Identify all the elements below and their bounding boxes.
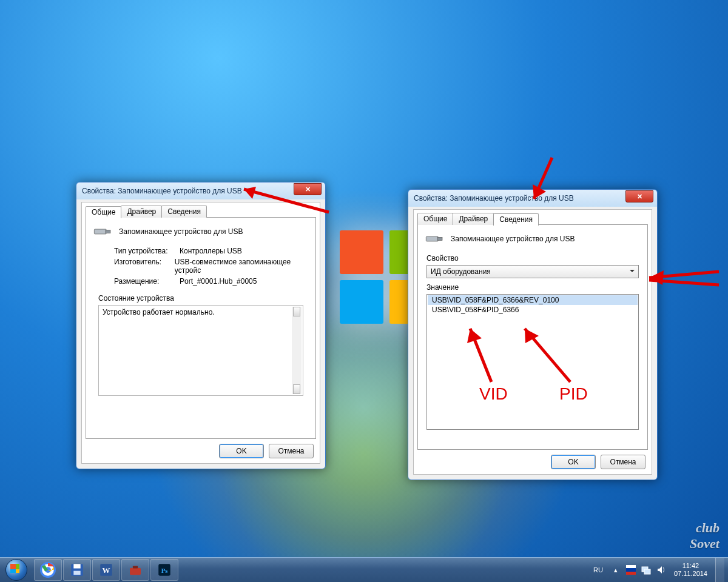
tab-details[interactable]: Сведения	[493, 213, 539, 226]
usb-device-icon	[425, 232, 445, 246]
window-title: Свойства: Запоминающее устройство для US…	[82, 187, 323, 195]
tabstrip: Общие Драйвер Сведения	[417, 212, 538, 224]
svg-text:W: W	[103, 566, 110, 575]
taskbar-item-word[interactable]: W	[92, 559, 120, 581]
label-value: Значение	[426, 283, 639, 292]
svg-rect-23	[130, 568, 141, 575]
tray-time: 11:42	[674, 562, 707, 570]
status-text-value: Устройство работает нормально.	[103, 308, 215, 316]
close-button[interactable]: ✕	[294, 183, 322, 195]
tray-clock[interactable]: 11:42 07.11.2014	[672, 562, 710, 578]
device-name: Запоминающее устройство для USB	[451, 235, 575, 243]
value-listbox[interactable]: USB\VID_058F&PID_6366&REV_0100 USB\VID_0…	[426, 294, 639, 430]
cancel-button[interactable]: Отмена	[601, 455, 645, 469]
tab-driver[interactable]: Драйвер	[453, 213, 494, 225]
system-tray: RU ▴ 11:42 07.11.2014	[591, 558, 728, 582]
svg-rect-3	[437, 237, 442, 240]
svg-rect-20	[73, 571, 80, 575]
word-icon: W	[98, 562, 114, 578]
property-dropdown[interactable]: ИД оборудования	[426, 265, 639, 278]
titlebar[interactable]: Свойства: Запоминающее устройство для US…	[408, 190, 657, 207]
svg-rect-19	[73, 564, 80, 568]
label-device-type: Тип устройства:	[114, 247, 180, 255]
chrome-icon	[40, 562, 56, 578]
show-desktop-button[interactable]	[715, 558, 724, 582]
tab-details[interactable]: Сведения	[161, 206, 207, 218]
taskbar-item-toolbox[interactable]	[121, 559, 149, 581]
taskbar-pinned: W Ps	[33, 558, 178, 582]
tray-date: 07.11.2014	[674, 570, 707, 578]
device-name: Запоминающее устройство для USB	[119, 227, 243, 236]
tray-flag-icon[interactable]	[626, 565, 636, 575]
toolbox-icon	[127, 562, 143, 578]
svg-line-10	[649, 280, 719, 285]
close-icon: ✕	[637, 193, 642, 201]
svg-rect-2	[426, 236, 438, 241]
value-location: Port_#0001.Hub_#0005	[180, 277, 257, 286]
dialog-body: Общие Драйвер Сведения Запоминающее устр…	[81, 202, 320, 464]
svg-text:Ps: Ps	[161, 567, 168, 574]
tab-panel-details: Запоминающее устройство для USB Свойство…	[417, 224, 648, 450]
list-item[interactable]: USB\VID_058F&PID_6366	[428, 305, 638, 315]
watermark: club Sovet	[690, 520, 720, 552]
svg-rect-24	[133, 566, 138, 569]
tray-show-hidden-icon[interactable]: ▴	[611, 565, 621, 575]
ok-button[interactable]: OK	[551, 455, 596, 469]
device-status-text[interactable]: Устройство работает нормально.	[98, 305, 303, 396]
properties-dialog-details: Свойства: Запоминающее устройство для US…	[408, 189, 658, 480]
svg-rect-29	[644, 569, 650, 574]
tray-volume-icon[interactable]	[656, 565, 666, 575]
dialog-body: Общие Драйвер Сведения Запоминающее устр…	[413, 209, 652, 475]
taskbar-item-photoshop[interactable]: Ps	[150, 559, 178, 581]
windows-orb-icon	[5, 559, 27, 581]
close-icon: ✕	[305, 186, 311, 193]
taskbar-item-save[interactable]	[63, 559, 91, 581]
taskbar-item-chrome[interactable]	[34, 559, 62, 581]
titlebar[interactable]: Свойства: Запоминающее устройство для US…	[76, 182, 325, 199]
close-button[interactable]: ✕	[625, 190, 653, 202]
label-manufacturer: Изготовитель:	[114, 258, 175, 275]
property-dropdown-value: ИД оборудования	[431, 267, 491, 276]
svg-rect-1	[106, 230, 110, 233]
label-location: Размещение:	[114, 277, 180, 286]
usb-device-icon	[93, 225, 113, 238]
value-manufacturer: USB-совместимое запоминающее устройс	[175, 258, 308, 275]
tabstrip: Общие Драйвер Сведения	[86, 205, 206, 217]
properties-dialog-general: Свойства: Запоминающее устройство для US…	[76, 182, 326, 469]
tab-general[interactable]: Общие	[86, 206, 121, 218]
svg-rect-0	[94, 229, 106, 234]
label-property: Свойство	[426, 254, 639, 263]
window-title: Свойства: Запоминающее устройство для US…	[414, 194, 655, 202]
taskbar: W Ps RU ▴ 11:42 07.11.2014	[0, 557, 728, 582]
value-device-type: Контроллеры USB	[180, 247, 242, 255]
list-item[interactable]: USB\VID_058F&PID_6366&REV_0100	[428, 295, 638, 305]
scrollbar[interactable]	[292, 307, 302, 394]
photoshop-icon: Ps	[157, 562, 172, 578]
floppy-icon	[69, 562, 85, 578]
ok-button[interactable]: OK	[219, 444, 264, 458]
svg-line-8	[649, 272, 719, 278]
cancel-button[interactable]: Отмена	[269, 444, 314, 458]
tray-network-icon[interactable]	[641, 565, 651, 575]
tab-panel-general: Запоминающее устройство для USB Тип устр…	[86, 217, 316, 439]
tab-general[interactable]: Общие	[417, 213, 453, 225]
start-button[interactable]	[0, 558, 33, 582]
tab-driver[interactable]: Драйвер	[121, 206, 162, 218]
tray-language[interactable]: RU	[591, 565, 605, 575]
label-device-status: Состояние устройства	[98, 294, 308, 303]
